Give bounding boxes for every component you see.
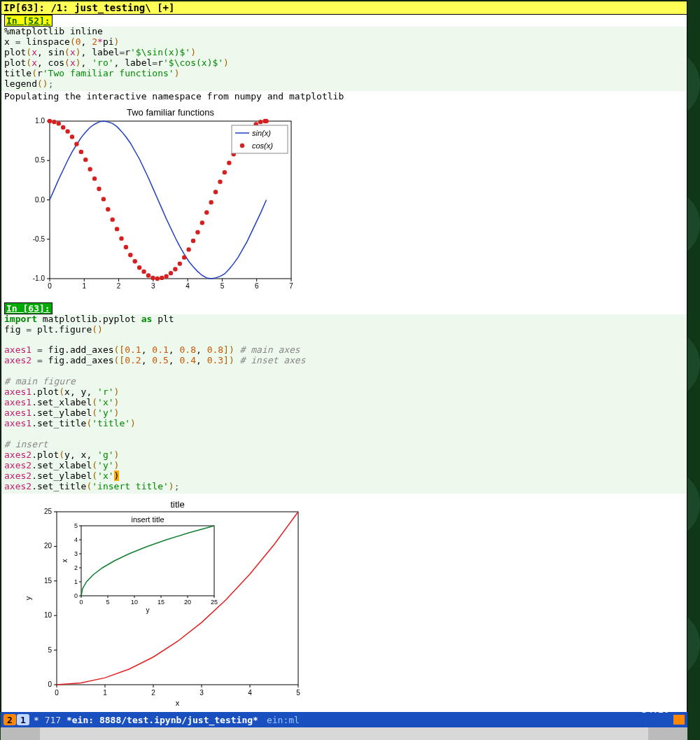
svg-point-28 <box>48 118 52 123</box>
svg-point-34 <box>74 141 78 146</box>
svg-text:0: 0 <box>55 689 59 697</box>
svg-point-68 <box>227 160 231 165</box>
svg-text:-0.5: -0.5 <box>33 235 46 242</box>
svg-text:4: 4 <box>186 282 190 290</box>
svg-point-47 <box>133 259 137 263</box>
svg-text:0: 0 <box>48 680 52 688</box>
svg-point-55 <box>169 271 173 275</box>
svg-point-57 <box>178 261 182 265</box>
svg-point-39 <box>97 186 101 190</box>
svg-text:1: 1 <box>103 689 107 697</box>
svg-text:5: 5 <box>220 282 225 290</box>
svg-text:insert title: insert title <box>131 515 164 524</box>
chart-2-svg: title0123450510152025xyinsert title05101… <box>18 499 319 709</box>
svg-text:0: 0 <box>79 599 83 606</box>
svg-point-46 <box>128 253 132 257</box>
svg-point-38 <box>92 176 97 181</box>
code-block-63[interactable]: import matplotlib.pyplot as pltfig = plt… <box>1 314 687 494</box>
svg-point-31 <box>61 125 65 129</box>
svg-text:4: 4 <box>74 536 78 543</box>
svg-text:3: 3 <box>200 689 204 697</box>
svg-text:Two familiar functions: Two familiar functions <box>127 107 214 118</box>
svg-text:sin(x): sin(x) <box>252 129 271 137</box>
svg-point-44 <box>119 236 123 240</box>
svg-text:20: 20 <box>184 599 191 606</box>
code-block-52[interactable]: %matplotlib inlinex = linspace(0, 2*pi)p… <box>1 27 687 91</box>
svg-point-36 <box>83 158 88 162</box>
cursor-position: 34:20 <box>642 704 669 715</box>
svg-point-35 <box>79 149 83 153</box>
svg-point-37 <box>88 167 92 171</box>
minibuffer-left-block <box>1 727 40 740</box>
svg-point-42 <box>111 217 115 221</box>
svg-text:x: x <box>176 699 180 707</box>
cell-header-63: In [63]: <box>4 302 52 314</box>
svg-point-64 <box>209 200 213 204</box>
svg-text:3: 3 <box>151 282 155 290</box>
svg-point-63 <box>204 210 209 214</box>
svg-text:x: x <box>61 559 69 562</box>
svg-text:7: 7 <box>289 282 293 290</box>
svg-point-32 <box>65 129 69 133</box>
svg-point-59 <box>186 247 190 251</box>
svg-text:6: 6 <box>255 282 259 290</box>
svg-point-49 <box>141 269 146 273</box>
chart-1-svg: Two familiar functions01234567-1.0-0.50.… <box>18 107 298 296</box>
minibuffer[interactable] <box>1 727 687 740</box>
svg-point-75 <box>258 120 262 124</box>
svg-text:0.0: 0.0 <box>35 195 45 203</box>
svg-point-60 <box>191 238 195 242</box>
svg-point-41 <box>106 207 110 211</box>
editor-frame: IP[63]: /1: just_testing\ [+] In [52]: %… <box>1 1 687 718</box>
svg-text:5: 5 <box>74 522 78 529</box>
major-mode: ein:ml <box>267 715 300 725</box>
cell-input-52[interactable]: In [52]: %matplotlib inlinex = linspace(… <box>1 15 687 102</box>
svg-point-53 <box>160 275 164 279</box>
svg-text:10: 10 <box>131 599 138 606</box>
svg-text:4: 4 <box>248 689 252 697</box>
svg-point-54 <box>164 274 168 278</box>
svg-point-81 <box>240 143 244 147</box>
svg-text:5: 5 <box>48 645 52 653</box>
svg-point-66 <box>218 179 222 183</box>
svg-point-40 <box>102 197 106 201</box>
svg-point-51 <box>150 275 155 279</box>
svg-text:cos(x): cos(x) <box>252 141 273 150</box>
modeline-end-block <box>673 715 685 725</box>
svg-text:3: 3 <box>74 550 78 557</box>
chart-1-figure: Two familiar functions01234567-1.0-0.50.… <box>1 102 687 302</box>
svg-point-61 <box>195 230 200 234</box>
cell-header-52: In [52]: <box>4 15 52 27</box>
svg-text:1.0: 1.0 <box>35 117 45 125</box>
svg-text:title: title <box>170 499 184 510</box>
cell-input-63[interactable]: In [63]: import matplotlib.pyplot as plt… <box>1 302 687 494</box>
workspace-indicator-2[interactable]: 2 <box>4 714 16 725</box>
svg-point-43 <box>115 227 119 231</box>
svg-text:0: 0 <box>48 282 52 290</box>
svg-point-45 <box>124 244 128 249</box>
workspace-indicator-1[interactable]: 1 <box>17 714 29 725</box>
svg-point-30 <box>57 121 61 125</box>
svg-text:5: 5 <box>106 599 109 606</box>
svg-point-48 <box>137 265 141 270</box>
window-title: IP[63]: /1: just_testing\ [+] <box>1 1 687 15</box>
svg-text:15: 15 <box>44 576 52 584</box>
svg-text:0.5: 0.5 <box>35 156 45 164</box>
svg-point-67 <box>223 170 227 174</box>
svg-point-62 <box>200 221 204 225</box>
svg-text:5: 5 <box>296 689 300 697</box>
buffer-name: *ein: 8888/test.ipynb/just_testing* <box>66 715 258 725</box>
svg-text:2: 2 <box>151 689 155 697</box>
modeline: 2 1 * 717 *ein: 8888/test.ipynb/just_tes… <box>1 712 687 727</box>
svg-point-29 <box>52 120 56 124</box>
svg-text:10: 10 <box>44 611 52 619</box>
svg-text:15: 15 <box>158 599 164 606</box>
svg-text:1: 1 <box>83 282 87 290</box>
svg-text:20: 20 <box>44 542 52 550</box>
svg-point-65 <box>214 190 218 194</box>
svg-point-58 <box>182 255 186 259</box>
svg-text:2: 2 <box>74 564 78 571</box>
line-number: 717 <box>45 715 61 725</box>
svg-text:y: y <box>24 596 32 600</box>
svg-point-56 <box>173 267 177 271</box>
